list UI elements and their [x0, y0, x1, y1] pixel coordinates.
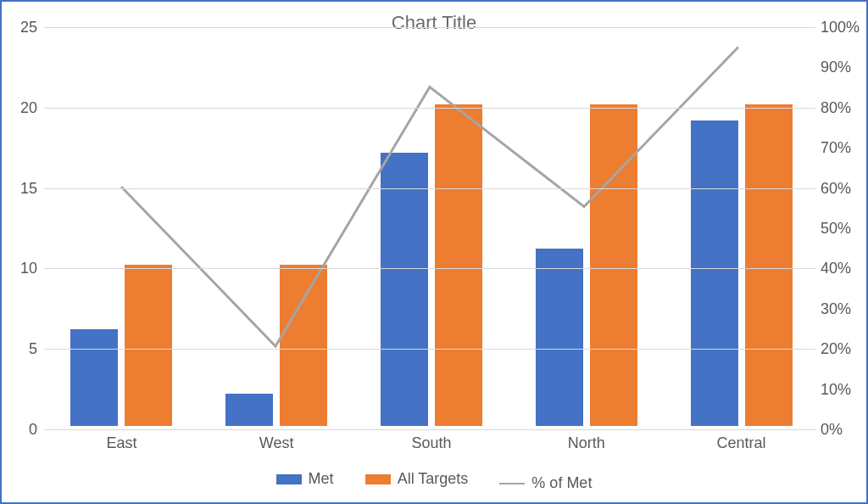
legend-label-all-targets: All Targets — [398, 470, 469, 488]
gridline — [44, 268, 815, 269]
y-right-tick-label: 50% — [815, 220, 851, 238]
y-left-tick-label: 5 — [29, 340, 44, 358]
swatch-all-targets-icon — [365, 474, 391, 484]
legend-label-met: Met — [309, 470, 334, 488]
legend-item-percent-of-met: % of Met — [499, 474, 592, 492]
y-right-tick-label: 30% — [815, 300, 851, 317]
gridline — [44, 188, 815, 189]
y-left-tick-label: 0 — [29, 421, 44, 439]
gridline — [44, 27, 815, 28]
y-right-tick-label: 20% — [815, 340, 851, 358]
y-right-tick-label: 10% — [815, 380, 851, 398]
y-right-tick-label: 100% — [815, 19, 860, 36]
y-left-tick-label: 20 — [20, 98, 44, 116]
chart-frame: Chart Title EastWestSouthNorthCentral 05… — [0, 0, 868, 504]
legend: Met All Targets % of Met — [2, 470, 866, 492]
gridline — [44, 349, 815, 350]
percent-of-met-line — [121, 48, 738, 347]
y-right-tick-label: 80% — [815, 98, 851, 116]
y-right-tick-label: 90% — [815, 59, 851, 76]
line-series — [44, 27, 815, 426]
gridline — [44, 429, 815, 430]
legend-item-met: Met — [276, 470, 334, 488]
legend-label-percent-of-met: % of Met — [531, 474, 592, 492]
y-left-tick-label: 25 — [20, 19, 44, 36]
y-left-tick-label: 10 — [20, 260, 44, 277]
y-right-tick-label: 0% — [815, 421, 843, 439]
legend-item-all-targets: All Targets — [365, 470, 469, 488]
swatch-met-icon — [276, 474, 302, 484]
y-left-tick-label: 15 — [20, 179, 44, 197]
gridline — [44, 108, 815, 109]
swatch-percent-line-icon — [499, 483, 525, 484]
y-right-tick-label: 60% — [815, 179, 851, 197]
y-right-tick-label: 40% — [815, 260, 851, 277]
plot-area: EastWestSouthNorthCentral 05101520250%10… — [44, 27, 815, 426]
y-right-tick-label: 70% — [815, 139, 851, 157]
